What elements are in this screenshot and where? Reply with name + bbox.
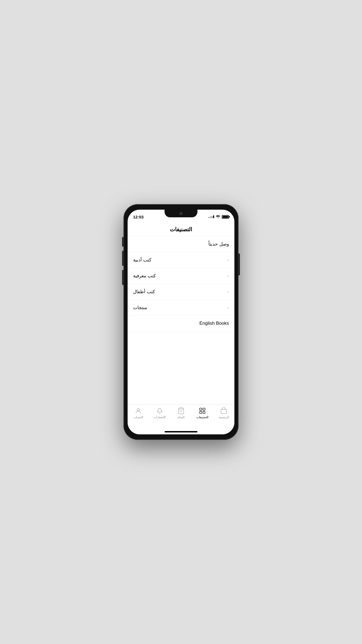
nav-item-notifications[interactable]: الاشعارات: [149, 407, 170, 419]
menu-item-english-books[interactable]: English Books: [128, 316, 234, 331]
nav-label-notifications: الاشعارات: [154, 415, 166, 419]
battery-icon: [222, 215, 229, 219]
signal-icon: [208, 215, 214, 218]
cart-icon: [177, 407, 185, 414]
notifications-icon: [156, 407, 163, 414]
svg-rect-5: [203, 411, 205, 414]
camera: [179, 212, 183, 215]
menu-item-children-books[interactable]: ‹ كتب أطفال: [128, 284, 234, 300]
power-button[interactable]: [239, 253, 240, 275]
status-icons: [208, 215, 229, 219]
chevron-left-icon: ‹: [228, 258, 229, 262]
nav-label-account: الحساب: [133, 415, 143, 419]
home-indicator: [128, 429, 234, 434]
notch: [165, 210, 197, 217]
nav-label-categories: التصنيفات: [196, 415, 208, 419]
wifi-icon: [216, 215, 220, 219]
home-icon: [220, 407, 227, 414]
volume-mute-button[interactable]: [122, 237, 123, 247]
nav-label-cart: السلة: [177, 415, 185, 419]
home-bar: [165, 431, 197, 432]
screen: 12:03: [128, 210, 234, 434]
menu-list: وصل حديثاً ‹ كتب أدبية ‹ كتب معرفية ‹ كت…: [128, 236, 234, 404]
svg-point-0: [137, 408, 140, 411]
menu-item-products[interactable]: ‹ منتجات: [128, 300, 234, 316]
menu-item-recently-arrived[interactable]: وصل حديثاً: [128, 236, 234, 252]
menu-item-label: كتب أطفال: [133, 289, 155, 295]
menu-item-label: منتجات: [133, 305, 147, 310]
chevron-left-icon: ‹: [228, 290, 229, 294]
chevron-left-icon: ‹: [228, 306, 229, 310]
nav-item-cart[interactable]: السلة: [170, 407, 192, 419]
chevron-left-icon: ‹: [228, 274, 229, 278]
svg-rect-4: [200, 411, 202, 414]
menu-item-label: كتب أدبية: [133, 257, 151, 263]
volume-down-button[interactable]: [122, 270, 123, 285]
volume-up-button[interactable]: [122, 251, 123, 266]
bottom-nav: الحساب الاشعارات السلة التصنيفات الرئيسي…: [128, 404, 234, 429]
categories-icon: [199, 407, 206, 414]
menu-item-label: وصل حديثاً: [208, 241, 229, 247]
nav-item-categories[interactable]: التصنيفات: [192, 407, 213, 419]
status-time: 12:03: [133, 215, 143, 219]
menu-item-knowledge-books[interactable]: ‹ كتب معرفية: [128, 268, 234, 284]
menu-item-label: English Books: [199, 321, 229, 326]
account-icon: [135, 407, 142, 414]
nav-item-home[interactable]: الرئيسية: [213, 407, 234, 419]
nav-label-home: الرئيسية: [219, 415, 229, 419]
svg-rect-3: [203, 408, 205, 410]
svg-rect-2: [200, 408, 202, 410]
svg-rect-6: [221, 409, 226, 414]
menu-item-label: كتب معرفية: [133, 273, 156, 279]
phone-frame: 12:03: [123, 204, 239, 440]
menu-item-literary-books[interactable]: ‹ كتب أدبية: [128, 252, 234, 268]
page-title: التصنيفات: [128, 222, 234, 236]
app-content: التصنيفات وصل حديثاً ‹ كتب أدبية ‹ كتب م…: [128, 222, 234, 404]
nav-item-account[interactable]: الحساب: [128, 407, 149, 419]
